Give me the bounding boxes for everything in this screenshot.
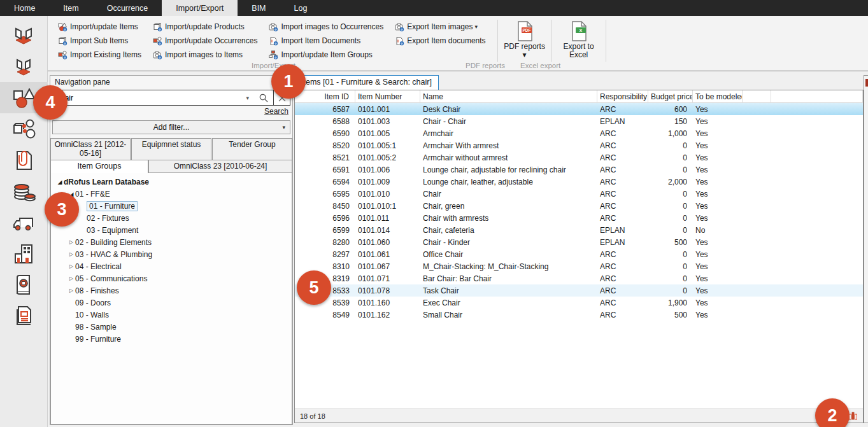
cell: Yes (693, 117, 743, 126)
search-icon[interactable] (254, 94, 273, 102)
cell: Lounge chair, leather, adjustable (420, 178, 597, 186)
column-header-responsibility[interactable]: Responsibility (597, 90, 648, 103)
cell: EPLAN (597, 238, 648, 247)
column-chart-icon[interactable] (848, 411, 858, 421)
item-row-6594[interactable]: 65940101.009Lounge chair, leather, adjus… (295, 176, 863, 188)
cell: 500 (648, 238, 693, 247)
tree-expanded-arrow-icon[interactable]: ◢ (56, 179, 64, 185)
documents-icon[interactable] (0, 144, 48, 176)
import-existing-items-button[interactable]: Import Existing Items (55, 48, 144, 62)
item-row-8310[interactable]: 83100101.067M_Chair-Stacking: M_Chair-St… (295, 260, 863, 272)
tree-node-label: 03 - HVAC & Plumbing (75, 250, 152, 259)
item-row-8533[interactable]: 85330101.078Task ChairARC0Yes (295, 284, 863, 297)
tree-node[interactable]: 98 - Sample (51, 321, 292, 333)
import-item-documents-button[interactable]: Import Item Documents (266, 34, 386, 48)
search-input[interactable] (53, 94, 241, 102)
products-icon[interactable] (0, 113, 48, 144)
tree-collapsed-arrow-icon[interactable]: ▷ (68, 276, 75, 281)
item-row-6587[interactable]: 65870101.001Desk ChairARC600Yes (295, 103, 863, 115)
import-sub-items-button[interactable]: Import Sub Items (55, 34, 144, 48)
column-header-budget-price[interactable]: Budget price (648, 90, 693, 103)
item-row-6599[interactable]: 65990101.014Chair, cafeteriaEPLAN0No (295, 224, 863, 236)
tree-node[interactable]: 09 - Doors (51, 297, 292, 309)
item-row-8280[interactable]: 82800101.060Chair - KinderEPLAN500Yes (295, 236, 863, 248)
item-row-8539[interactable]: 85390101.160Exec ChairARC1,900Yes (295, 297, 863, 309)
nav-tab-equipmnet-status[interactable]: Equipmnet status (131, 138, 211, 160)
tree-node[interactable]: ◢01 - FF&E (51, 188, 292, 200)
tree-node[interactable]: 10 - Walls (51, 309, 292, 321)
nav-tab-item-groups[interactable]: Item Groups (50, 160, 148, 173)
tree-collapsed-arrow-icon[interactable]: ▷ (68, 251, 75, 257)
add-filter-dropdown[interactable]: Add filter... ▾ (52, 120, 290, 134)
search-link[interactable]: Search (264, 107, 288, 116)
items-tab[interactable]: Items [01 - Furniture & Search: chair] (294, 75, 439, 90)
building-icon[interactable] (0, 238, 48, 269)
tree-node[interactable]: ▷03 - HVAC & Plumbing (51, 248, 292, 260)
import-images-to-items-button[interactable]: Import images to Items (150, 48, 260, 62)
cell: 500 (648, 311, 693, 319)
menu-tab-item[interactable]: Item (49, 0, 92, 16)
import-images-to-occurrences-button[interactable]: Import images to Occurrences (266, 20, 386, 34)
item-row-6590[interactable]: 65900101.005ArmchairARC1,000Yes (295, 127, 863, 139)
cell: 0101.005:1 (355, 141, 420, 150)
item-row-6596[interactable]: 65960101.011Chair with armrestsARC0Yes (295, 212, 863, 224)
menu-tab-occurrence[interactable]: Occurrence (93, 0, 162, 16)
nav-tab-tender-group[interactable]: Tender Group (212, 138, 292, 160)
tree-node[interactable]: 99 - Furniture (51, 333, 292, 345)
tree-collapsed-arrow-icon[interactable]: ▷ (68, 239, 75, 245)
export-item-images-button[interactable]: Export Item images▾ (392, 20, 488, 34)
column-header-item-id[interactable]: Item ID (295, 90, 355, 103)
search-history-chevron-icon[interactable]: ▾ (241, 95, 254, 101)
column-header-name[interactable]: Name (420, 90, 597, 103)
tree-node[interactable]: ▷02 - Building Elements (51, 236, 292, 248)
manual-icon[interactable] (0, 269, 48, 300)
item-row-8450[interactable]: 84500101.010:1Chair, greenARC0Yes (295, 200, 863, 212)
cell: ARC (597, 262, 648, 271)
nav-tab-omniclass-21-2012-05-16-[interactable]: OmniClass 21 [2012-05-16] (50, 138, 131, 160)
menu-tab-log[interactable]: Log (280, 0, 322, 16)
cell: Task Chair (420, 286, 597, 295)
cell: 0101.009 (355, 178, 420, 186)
tree-node[interactable]: ◢dRofus Learn Database (51, 176, 292, 188)
reports-icon[interactable] (0, 300, 48, 332)
column-header-to-be-modeled[interactable]: To be modeled (693, 90, 743, 103)
cell: 0101.006 (355, 165, 420, 174)
finance-icon[interactable] (0, 176, 48, 207)
svg-text:x: x (579, 27, 582, 33)
cell: Armchair (420, 129, 597, 138)
export-to-excel-button[interactable]: xExport to Excel (556, 20, 602, 62)
import-update-items-button[interactable]: Import/update Items (55, 20, 144, 34)
tree-node[interactable]: ▷08 - Finishes (51, 284, 292, 297)
item-row-6591[interactable]: 65910101.006Lounge chair, adjustable for… (295, 164, 863, 176)
pdf-reports-button[interactable]: PDFPDF reports ▾ (502, 20, 548, 62)
column-header-item-number[interactable]: Item Number (355, 90, 420, 103)
tree-node[interactable]: 01 - Furniture (51, 200, 292, 212)
import-update-occurrences-button[interactable]: Import/update Occurrences (150, 34, 260, 48)
menu-tab-home[interactable]: Home (0, 0, 49, 16)
cell: 0 (648, 274, 693, 283)
rooms-alt-icon[interactable] (0, 51, 48, 82)
item-row-8319[interactable]: 83190101.071Bar Chair: Bar ChairARC0Yes (295, 272, 863, 284)
tree-node[interactable]: ▷05 - Communications (51, 272, 292, 284)
item-row-8297[interactable]: 82970101.061Office ChairARC0Yes (295, 248, 863, 260)
navigation-pane-title: Navigation pane (50, 76, 292, 89)
item-row-8549[interactable]: 85490101.162Small ChairARC500Yes (295, 309, 863, 321)
menu-tab-bim[interactable]: BIM (238, 0, 280, 16)
rooms-icon[interactable] (0, 20, 48, 51)
tree-collapsed-arrow-icon[interactable]: ▷ (68, 263, 75, 269)
tree-node[interactable]: ▷04 - Electrical (51, 260, 292, 272)
menu-tab-import-export[interactable]: Import/Export (162, 0, 238, 16)
import-update-item-groups-button[interactable]: Import/update Item Groups (266, 48, 386, 62)
tree-node[interactable]: 02 - Fixtures (51, 212, 292, 224)
item-row-8521[interactable]: 85210101.005:2Armchair without armrestAR… (295, 151, 863, 164)
item-row-6595[interactable]: 65950101.010ChairARC0Yes (295, 188, 863, 200)
item-row-8520[interactable]: 85200101.005:1Armchair With armrestARC0Y… (295, 139, 863, 151)
export-item-documents-button[interactable]: Export Item documents (392, 34, 488, 48)
import-update-products-button[interactable]: Import/update Products (150, 20, 260, 34)
nav-tab-omniclass-23-2010-06-24-[interactable]: OmniClass 23 [2010-06-24] (148, 160, 292, 173)
tree-node[interactable]: 03 - Equipment (51, 224, 292, 236)
items-table-header: Item IDItem NumberNameResponsibilityBudg… (295, 90, 863, 103)
tree-collapsed-arrow-icon[interactable]: ▷ (68, 288, 75, 293)
item-row-6588[interactable]: 65880101.003Chair - ChairEPLAN150Yes (295, 115, 863, 127)
logistics-icon[interactable] (0, 207, 48, 238)
